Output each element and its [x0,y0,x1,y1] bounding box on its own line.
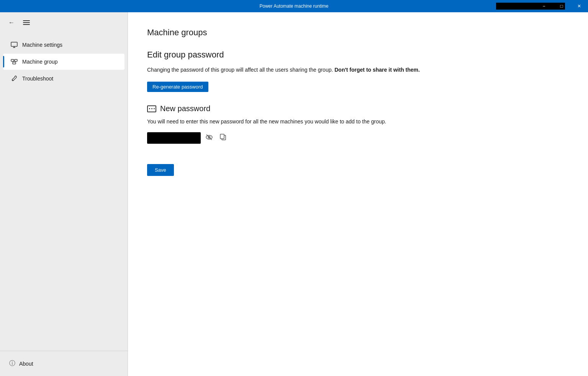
svg-rect-0 [11,42,17,46]
new-password-title: New password [160,104,210,113]
svg-rect-4 [15,59,17,61]
hamburger-line [23,20,30,21]
regen-password-button[interactable]: Re-generate password [147,82,208,92]
main-content: Machine groups Edit group password Chang… [128,12,588,376]
hamburger-button[interactable] [21,19,32,26]
svg-rect-3 [11,59,14,61]
svg-point-6 [13,80,13,81]
new-password-desc: You will need to enter this new password… [147,118,569,126]
description-bold: Don't forget to share it with them. [334,67,420,73]
hamburger-line [23,24,30,25]
wrench-icon [11,75,18,82]
minimize-button[interactable]: − [535,0,553,12]
svg-rect-5 [13,62,16,64]
titlebar-title: Power Automate machine runtime [259,3,328,9]
password-dots [149,108,155,109]
sidebar-item-machine-group[interactable]: Machine group [3,54,124,70]
copy-icon [219,133,227,141]
description-normal: Changing the password of this group will… [147,67,333,73]
new-password-section: New password You will need to enter this… [147,104,569,144]
sidebar: ← Machine settings [0,12,128,376]
description-text: Changing the password of this group will… [147,66,569,74]
sidebar-item-label: Troubleshoot [22,76,53,82]
save-button[interactable]: Save [147,164,174,176]
sidebar-item-label: Machine settings [22,42,62,48]
close-button[interactable]: ✕ [570,0,588,12]
titlebar: Power Automate machine runtime − □ ✕ [0,0,588,12]
sidebar-item-label: Machine group [22,59,58,65]
page-title: Machine groups [147,28,569,38]
sidebar-item-troubleshoot[interactable]: Troubleshoot [3,71,124,87]
new-password-header: New password [147,104,569,113]
sidebar-nav: Machine settings Machine group [0,33,128,351]
group-icon [11,58,18,65]
back-button[interactable]: ← [6,18,17,28]
sidebar-item-machine-settings[interactable]: Machine settings [3,37,124,53]
app-body: ← Machine settings [0,12,588,376]
sidebar-top: ← [0,12,128,33]
info-icon: ⓘ [9,360,15,368]
hamburger-line [23,22,30,23]
section-title: Edit group password [147,50,569,60]
password-icon [147,105,156,112]
copy-password-button[interactable] [218,132,228,144]
password-masked-value [147,132,201,144]
monitor-icon [11,41,18,48]
maximize-button[interactable]: □ [553,0,570,12]
password-field-row [147,132,569,144]
dot [149,108,150,109]
show-password-button[interactable] [204,132,215,144]
sidebar-bottom: ⓘ About [0,351,128,376]
about-label: About [19,361,33,367]
dot [151,108,152,109]
about-item[interactable]: ⓘ About [8,357,120,370]
titlebar-controls: − □ ✕ [535,0,588,12]
dot [154,108,155,109]
svg-rect-11 [220,134,224,139]
eye-icon [205,133,213,141]
